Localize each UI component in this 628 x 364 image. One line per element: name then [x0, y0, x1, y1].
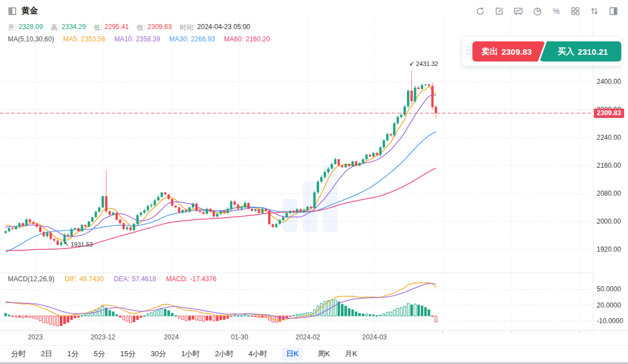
time-axis-label: 2023	[28, 333, 43, 341]
panel-icon[interactable]	[608, 6, 619, 17]
macd-value: -17.4376	[190, 275, 217, 283]
tab-minute-chart[interactable]: 分时	[11, 349, 26, 359]
ma10-label: MA10:	[114, 35, 134, 43]
time-axis-label: 2024-02	[296, 333, 320, 341]
time-axis-label: 2024	[164, 333, 179, 341]
ma10-value: 2358.39	[136, 35, 160, 43]
macd-name-label: MACD(12,26,9)	[8, 275, 54, 283]
tab-daily-k[interactable]: 日K	[282, 347, 302, 361]
buy-button[interactable]: 买入 2310.21	[540, 41, 621, 62]
tab-1min[interactable]: 1分	[67, 349, 78, 359]
arrow-down-left-icon: ↙	[409, 60, 414, 67]
ma30-value: 2266.93	[191, 35, 215, 43]
tab-4hour[interactable]: 4小时	[249, 349, 267, 359]
ohlc-legend: 开:2328.09 高:2334.29 低:2295.41 收:2309.83 …	[8, 23, 250, 32]
tab-2day[interactable]: 2日	[41, 349, 52, 359]
ma5-value: 2353.56	[81, 35, 105, 43]
dif-value: 48.7430	[79, 275, 104, 283]
ma-legend: MA(5,10,30,60) MA5:2353.56 MA10:2358.39 …	[8, 35, 270, 43]
dea-label: DEA:	[114, 275, 129, 283]
percent-icon[interactable]: %	[551, 6, 562, 17]
svg-text:%: %	[553, 7, 560, 16]
open-label: 开:	[8, 23, 16, 32]
high-label: 高:	[51, 23, 59, 32]
low-annotation: ↖ 1931.53	[64, 240, 93, 248]
ma60-value: 2160.20	[246, 35, 270, 43]
pie-chart-icon[interactable]	[532, 6, 543, 17]
macd-axis-label: 20.0000	[597, 301, 621, 309]
macd-label: MACD:	[166, 275, 188, 283]
tab-5min[interactable]: 5分	[93, 349, 105, 359]
trading-app: 黄金 %	[0, 0, 628, 364]
ma60-label: MA60:	[224, 35, 243, 43]
arrow-up-left-icon: ↖	[64, 240, 69, 248]
sort-arrows-icon[interactable]	[589, 6, 600, 17]
tab-30min[interactable]: 30分	[151, 349, 166, 359]
price-axis-label: 2160.00	[597, 162, 621, 169]
time-value: 2024-04-23 05:00	[197, 23, 250, 32]
time-axis-label: 2023-12	[91, 333, 115, 341]
chart-board-icon[interactable]	[513, 6, 524, 17]
time-axis-label: 01-30	[231, 333, 249, 341]
period-tabbar: 分时 2日 1分 5分 15分 30分 1小时 2小时 4小时 日K 周K 月K	[0, 345, 628, 362]
grid-icon[interactable]	[570, 6, 581, 17]
tab-weekly-k[interactable]: 周K	[318, 349, 330, 359]
dif-label: DIF:	[64, 275, 77, 283]
price-axis-label: 2000.00	[597, 218, 621, 225]
sell-button[interactable]: 卖出 2309.83	[472, 41, 545, 62]
tab-1hour[interactable]: 1小时	[181, 349, 200, 359]
kline-panel-icon	[8, 7, 17, 16]
low-label: 低:	[93, 23, 102, 32]
ma-group-label: MA(5,10,30,60)	[8, 35, 54, 43]
close-value: 2309.83	[148, 23, 172, 32]
tab-15min[interactable]: 15分	[120, 349, 135, 359]
time-label: 时间:	[180, 23, 195, 32]
trade-widget: 卖出 2309.83 买入 2310.21	[462, 37, 620, 66]
price-axis-label: 2240.00	[597, 134, 621, 141]
refresh-icon[interactable]	[475, 6, 486, 17]
price-axis-label: 1920.00	[597, 245, 621, 253]
low-value: 2295.41	[105, 23, 129, 32]
ma30-label: MA30:	[169, 35, 189, 43]
header: 黄金	[8, 6, 38, 16]
tab-2hour[interactable]: 2小时	[215, 349, 233, 359]
dea-value: 57.4618	[132, 275, 156, 283]
high-value: 2334.29	[62, 23, 86, 32]
close-label: 收:	[137, 23, 145, 32]
current-price-tag: 2309.83	[594, 108, 624, 118]
high-annotation: ↙ 2431.32	[409, 60, 438, 67]
tab-monthly-k[interactable]: 月K	[345, 349, 357, 359]
ma5-label: MA5:	[63, 35, 79, 43]
time-axis-label: 2024-03	[362, 333, 387, 341]
drag-handle[interactable]	[466, 46, 471, 57]
macd-legend: MACD(12,26,9) DIF:48.7430 DEA:57.4618 MA…	[8, 275, 217, 283]
draw-icon[interactable]	[494, 6, 505, 17]
macd-axis-label: -10.0000	[597, 317, 623, 325]
open-value: 2328.09	[18, 23, 43, 32]
macd-axis-label: 50.0000	[597, 285, 621, 293]
price-axis-label: 2400.00	[597, 78, 621, 86]
page-title: 黄金	[21, 6, 38, 16]
toolbar: %	[475, 6, 619, 17]
price-axis-label: 2080.00	[597, 190, 621, 197]
